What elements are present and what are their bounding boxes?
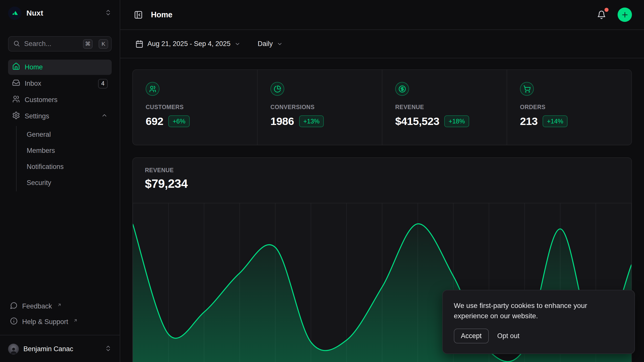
sidebar-item-inbox[interactable]: Inbox 4	[8, 76, 112, 91]
feedback-link[interactable]: Feedback	[8, 299, 112, 313]
sidebar-collapse-button[interactable]	[132, 9, 144, 21]
user-name: Benjamin Canac	[23, 345, 73, 353]
users-icon	[12, 95, 20, 105]
stat-revenue: REVENUE $415,523 +18%	[382, 70, 507, 145]
stat-label: CONVERSIONS	[270, 104, 382, 111]
gear-icon	[12, 111, 20, 121]
stat-value: 213	[520, 115, 538, 127]
revenue-chart-value: $79,234	[145, 177, 619, 191]
stat-customers: CUSTOMERS 692 +6%	[133, 70, 257, 145]
notifications-button[interactable]	[595, 9, 608, 21]
cookie-message: We use first-party cookies to enhance yo…	[454, 300, 623, 321]
workspace-switcher[interactable]: Nuxt	[8, 6, 112, 20]
stat-conversions: CONVERSIONS 1986 +13%	[257, 70, 382, 145]
search-input[interactable]: Search... ⌘ K	[8, 36, 112, 52]
pie-chart-icon	[270, 82, 284, 96]
sidebar-footer: Feedback Help & Support Benjamin	[8, 299, 112, 357]
granularity-label: Daily	[258, 40, 273, 48]
add-button[interactable]	[618, 8, 632, 22]
external-link-icon	[57, 301, 62, 309]
dollar-circle-icon	[395, 82, 409, 96]
search-placeholder: Search...	[24, 40, 79, 48]
inbox-icon	[12, 79, 20, 88]
stat-value: $415,523	[395, 115, 439, 127]
page-header: Home	[120, 0, 644, 30]
page-title: Home	[151, 10, 172, 19]
stat-label: REVENUE	[395, 104, 507, 111]
stats-card: CUSTOMERS 692 +6% CONVERSIONS 1986 +13%	[132, 69, 632, 145]
notification-dot	[605, 8, 609, 12]
home-icon	[12, 62, 20, 72]
users-icon	[146, 82, 159, 96]
cookie-banner: We use first-party cookies to enhance yo…	[442, 290, 635, 354]
filters-toolbar: Aug 21, 2025 - Sep 4, 2025 Daily	[120, 30, 644, 58]
submenu-item-security[interactable]: Security	[17, 176, 112, 190]
external-link-icon	[73, 317, 78, 325]
sidebar-item-customers[interactable]: Customers	[8, 92, 112, 108]
sidebar-item-label: Customers	[25, 96, 58, 104]
chat-bubble-icon	[10, 302, 18, 311]
stat-value: 1986	[270, 115, 294, 127]
submenu-item-notifications[interactable]: Notifications	[17, 160, 112, 174]
date-range-picker[interactable]: Aug 21, 2025 - Sep 4, 2025	[132, 37, 244, 51]
revenue-chart-header: REVENUE $79,234	[133, 158, 631, 203]
submenu-item-general[interactable]: General	[17, 127, 112, 142]
chevron-up-icon	[101, 112, 108, 120]
stat-orders: ORDERS 213 +14%	[507, 70, 631, 145]
sidebar: Nuxt Search... ⌘ K Home	[0, 0, 120, 362]
date-range-label: Aug 21, 2025 - Sep 4, 2025	[147, 40, 230, 48]
stat-delta-badge: +14%	[543, 115, 568, 127]
kbd-k: K	[99, 39, 108, 49]
stat-delta-badge: +6%	[168, 115, 190, 127]
chevrons-updown-icon	[105, 345, 112, 353]
chevrons-updown-icon	[105, 9, 112, 17]
sidebar-item-label: Inbox	[25, 80, 41, 87]
stat-value: 692	[146, 115, 163, 127]
nuxt-logo-icon	[8, 7, 21, 20]
sidebar-item-settings[interactable]: Settings	[8, 109, 112, 124]
footer-link-label: Help & Support	[22, 318, 68, 326]
stat-label: CUSTOMERS	[146, 104, 257, 111]
accept-button[interactable]: Accept	[454, 329, 489, 343]
revenue-chart-label: REVENUE	[145, 167, 619, 174]
info-icon	[10, 317, 18, 327]
stat-delta-badge: +18%	[444, 115, 469, 127]
submenu-item-members[interactable]: Members	[17, 144, 112, 158]
user-menu[interactable]: Benjamin Canac	[8, 341, 112, 357]
sidebar-divider	[0, 335, 120, 335]
opt-out-button[interactable]: Opt out	[497, 332, 520, 340]
granularity-select[interactable]: Daily	[255, 37, 286, 50]
avatar	[8, 344, 19, 354]
settings-submenu: General Members Notifications Security	[16, 126, 112, 191]
help-support-link[interactable]: Help & Support	[8, 315, 112, 329]
sidebar-item-home[interactable]: Home	[8, 60, 112, 75]
stat-delta-badge: +13%	[299, 115, 324, 127]
search-icon	[13, 40, 20, 48]
sidebar-item-label: Home	[25, 63, 43, 71]
sidebar-item-label: Settings	[25, 112, 49, 120]
kbd-cmd: ⌘	[83, 39, 93, 49]
stat-label: ORDERS	[520, 104, 631, 111]
sidebar-nav: Home Inbox 4 Customers Settings	[8, 60, 112, 191]
inbox-count-badge: 4	[98, 79, 108, 88]
footer-link-label: Feedback	[22, 302, 52, 310]
workspace-name: Nuxt	[26, 9, 43, 17]
cart-icon	[520, 82, 534, 96]
